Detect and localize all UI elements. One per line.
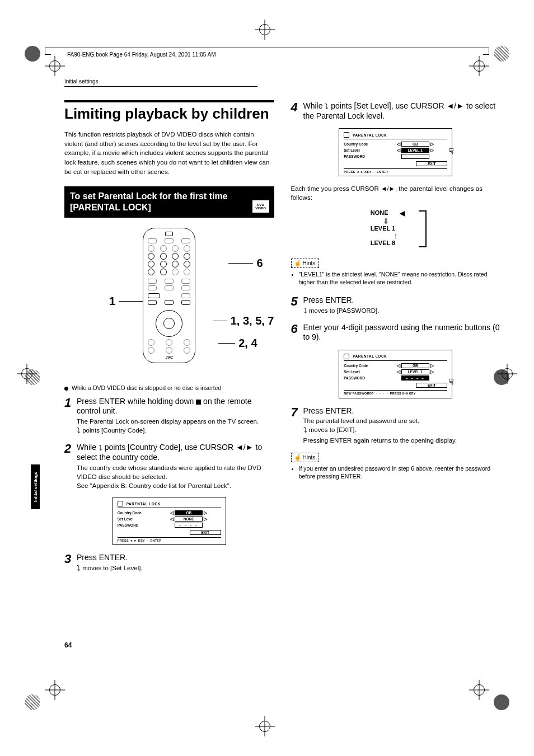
left-column: Limiting playback by children This funct… [64, 100, 274, 580]
step-3-number: 3 [64, 553, 77, 574]
crosshair-icon [17, 364, 37, 384]
step-7-head: Press ENTER. [303, 406, 501, 416]
step-2-body2: See "Appendix B: Country code list for P… [77, 481, 274, 490]
dvd-badge-line2: VIDEO [255, 206, 266, 210]
step-6-number: 6 [291, 323, 303, 343]
pointer-icon: ⤵ [303, 425, 307, 435]
osd-exit: EXIT [190, 530, 221, 535]
step-7-number: 7 [291, 406, 303, 445]
crosshair-icon [469, 680, 489, 700]
osd-val-none: NONE [175, 516, 203, 522]
remote-outline: JVC [143, 228, 195, 363]
pointer-icon: ⤵ [325, 102, 329, 111]
osd-row-password: PASSWORD [118, 523, 157, 527]
header-bracket [45, 48, 51, 55]
step-4-head: While ⤵ points [Set Level], use CURSOR ◄… [303, 101, 501, 120]
dvd-video-badge: DVD VIDEO [252, 200, 270, 213]
callout-6: 6 [228, 257, 263, 270]
header-bracket [483, 48, 489, 55]
osd-val-dashes: – – – – [401, 154, 429, 159]
hand-icon: ☝ [294, 454, 302, 461]
osd-row-country: Country Code [118, 511, 157, 515]
osd-val-dashes: – – – – [401, 375, 429, 381]
step-5-number: 5 [291, 295, 303, 316]
level-none: NONE [371, 209, 388, 216]
step-3-head: Press ENTER. [77, 553, 274, 562]
osd-val-gb: GB [401, 363, 429, 368]
osd-title: PARENTAL LOCK [127, 502, 161, 506]
callout-6-label: 6 [256, 257, 263, 270]
step-6: 6 Enter your 4-digit password using the … [291, 323, 501, 343]
remote-diagram: JVC 1 6 1, 3, 5, 7 2, 4 [64, 228, 274, 379]
step-5-head: Press ENTER. [303, 295, 501, 305]
osd-title: PARENTAL LOCK [353, 354, 387, 358]
crosshair-icon [255, 716, 275, 736]
step-7: 7 Press ENTER. The parental level and pa… [291, 406, 501, 445]
level-cycle-diagram: NONE ◀ ⬇ LEVEL 1 ⋮ LEVEL 8 [365, 209, 427, 248]
step-1-body1: The Parental Lock on-screen display appe… [77, 417, 274, 426]
hand-icon: ☟ [449, 147, 454, 156]
osd-val-level1: LEVEL 1 [401, 369, 429, 374]
reg-mark [494, 46, 509, 62]
osd-footer: NEW PASSWORD? ・・・・ PRESS 0–9 KEY [344, 390, 447, 396]
osd-footer: PRESS ◄ ► KEY → ENTER [118, 537, 221, 542]
osd-row-country: Country Code [344, 364, 383, 368]
intro-paragraph: This function restricts playback of DVD … [64, 130, 274, 176]
header-rule [45, 48, 489, 48]
precondition-bullet: While a DVD VIDEO disc is stopped or no … [64, 384, 274, 391]
level-1: LEVEL 1 [371, 225, 395, 232]
osd-row-setlevel: Set Level [118, 517, 157, 521]
step-3: 3 Press ENTER. ⤵ moves to [Set Level]. [64, 553, 274, 574]
callout-1357: 1, 3, 5, 7 [213, 314, 274, 327]
hint-1: "LEVEL1" is the strictest level. "NONE" … [299, 270, 501, 287]
arrow-down-icon: ⬇ [383, 217, 389, 226]
osd-screenshot-3: PARENTAL LOCK Country Code ◁GB▷ Set Leve… [339, 350, 452, 398]
cycle-bracket [419, 210, 427, 247]
hints-tag: ☝Hints [291, 453, 320, 462]
step-4-after: Each time you press CURSOR ◄/►, the pare… [291, 184, 501, 202]
lock-icon [344, 354, 349, 359]
callout-1: 1 [109, 295, 143, 308]
hand-icon: ☟ [449, 377, 454, 386]
step-2-number: 2 [64, 443, 77, 490]
step-1-head: Press ENTER while holding down on the re… [77, 397, 274, 416]
subsection-title: To set Parental Lock for the first time … [70, 191, 269, 213]
remote-logo: JVC [165, 355, 173, 359]
step-2-head: While ⤵ points [Country Code], use CURSO… [77, 443, 274, 462]
subsection-header: To set Parental Lock for the first time … [64, 186, 274, 218]
callout-1-label: 1 [109, 295, 115, 308]
osd-row-country: Country Code [344, 142, 383, 146]
step-7-body2: ⤵ moves to [EXIT]. [303, 425, 501, 435]
osd-row-password: PASSWORD [344, 154, 383, 158]
osd-screenshot-1: PARENTAL LOCK Country Code ◁GB▷ Set Leve… [113, 497, 226, 545]
hand-icon: ☝ [294, 260, 302, 266]
hint-2: If you enter an undesired password in st… [299, 464, 501, 481]
osd-row-setlevel: Set Level [344, 148, 383, 152]
osd-row-setlevel: Set Level [344, 370, 383, 374]
ellipsis-icon: ⋮ [393, 233, 399, 239]
osd-val-level1: LEVEL 1 [401, 148, 429, 153]
step-1: 1 Press ENTER while holding down on the … [64, 397, 274, 436]
osd-exit: EXIT [416, 161, 447, 166]
pointer-icon: ⤵ [77, 564, 81, 574]
pointer-icon: ⤵ [303, 306, 307, 316]
step-2-body1: The country code whose standards were ap… [77, 463, 274, 481]
arrow-left-icon: ◀ [400, 209, 405, 217]
step-7-body1: The parental level and password are set. [303, 416, 501, 425]
callout-1357-label: 1, 3, 5, 7 [231, 314, 274, 327]
crosshair-icon [469, 56, 489, 76]
reg-mark [494, 694, 509, 710]
title-rule [64, 100, 274, 102]
hints-list-2: If you enter an undesired password in st… [291, 464, 501, 481]
level-8: LEVEL 8 [371, 240, 395, 246]
step-3-body1: ⤵ moves to [Set Level]. [77, 564, 274, 574]
stop-icon [196, 400, 201, 405]
step-4: 4 While ⤵ points [Set Level], use CURSOR… [291, 101, 501, 121]
step-2: 2 While ⤵ points [Country Code], use CUR… [64, 443, 274, 490]
page-number: 64 [64, 641, 72, 649]
header-source-line: FA90-ENG.book Page 64 Friday, August 24,… [67, 51, 216, 58]
hints-tag: ☝Hints [291, 259, 320, 268]
lock-icon [118, 501, 123, 506]
crosshair-icon [45, 680, 65, 700]
right-column: 4 While ⤵ points [Set Level], use CURSOR… [291, 100, 501, 580]
